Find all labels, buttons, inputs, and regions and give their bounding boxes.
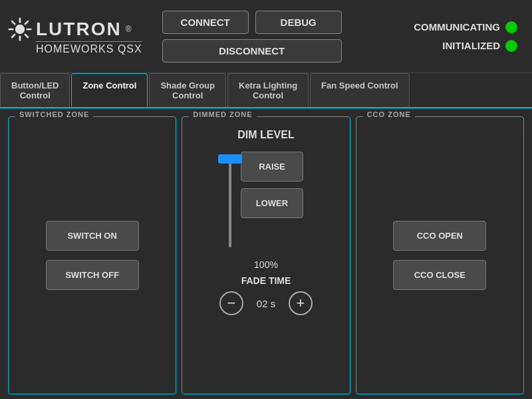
dimmed-zone-title: DIMMED ZONE bbox=[189, 110, 256, 118]
lower-button[interactable]: LOWER bbox=[241, 188, 303, 218]
fade-time-label: FADE TIME bbox=[241, 275, 291, 286]
raise-button[interactable]: RAISE bbox=[241, 152, 303, 182]
svg-line-6 bbox=[25, 35, 28, 37]
dimmed-zone-panel: DIMMED ZONE DIM LEVEL RAISE LOWER 100% F… bbox=[182, 116, 350, 394]
svg-line-8 bbox=[12, 35, 15, 37]
tabs-bar: Button/LEDControl Zone Control Shade Gro… bbox=[0, 73, 532, 108]
header: LUTRON® HOMEWORKS QSX CONNECT DEBUG DISC… bbox=[0, 0, 532, 73]
cco-open-button[interactable]: CCO OPEN bbox=[393, 221, 486, 251]
tab-zone-control[interactable]: Zone Control bbox=[71, 73, 148, 107]
logo-section: LUTRON® HOMEWORKS QSX bbox=[8, 17, 142, 55]
initialized-dot bbox=[505, 40, 517, 52]
switched-zone-title: SWITCHED ZONE bbox=[15, 110, 93, 118]
slider-thumb[interactable] bbox=[218, 154, 242, 164]
tab-ketra[interactable]: Ketra LightingControl bbox=[227, 73, 309, 107]
communicating-dot bbox=[505, 21, 517, 33]
debug-button[interactable]: DEBUG bbox=[255, 11, 342, 34]
initialized-label: INITIALIZED bbox=[442, 40, 500, 51]
dim-percentage: 100% bbox=[254, 259, 278, 270]
cco-close-button[interactable]: CCO CLOSE bbox=[393, 260, 486, 290]
fade-decrease-button[interactable]: − bbox=[219, 291, 243, 315]
initialized-status: INITIALIZED bbox=[414, 40, 517, 52]
svg-point-0 bbox=[15, 25, 25, 34]
svg-line-5 bbox=[12, 21, 15, 24]
cco-zone-title: CCO ZONE bbox=[363, 110, 415, 118]
fade-time-value: 02 s bbox=[253, 298, 279, 309]
communicating-status: COMMUNICATING bbox=[414, 21, 517, 33]
status-section: COMMUNICATING INITIALIZED bbox=[414, 21, 524, 52]
switch-on-button[interactable]: SWITCH ON bbox=[46, 221, 139, 251]
tab-shade-group[interactable]: Shade GroupControl bbox=[149, 73, 226, 107]
cco-zone-panel: CCO ZONE CCO OPEN CCO CLOSE bbox=[356, 116, 524, 394]
fade-time-controls: − 02 s + bbox=[219, 291, 313, 315]
main-content: SWITCHED ZONE SWITCH ON SWITCH OFF DIMME… bbox=[0, 108, 532, 399]
slider-area: RAISE LOWER bbox=[189, 148, 342, 254]
brand-name: LUTRON bbox=[36, 19, 122, 40]
switch-off-button[interactable]: SWITCH OFF bbox=[46, 260, 139, 290]
raise-lower-buttons: RAISE LOWER bbox=[241, 152, 303, 218]
header-buttons: CONNECT DEBUG DISCONNECT bbox=[162, 11, 342, 63]
connect-button[interactable]: CONNECT bbox=[162, 11, 249, 34]
slider-container[interactable] bbox=[229, 148, 231, 254]
trademark: ® bbox=[126, 25, 132, 34]
slider-track[interactable] bbox=[229, 154, 231, 247]
switched-zone-panel: SWITCHED ZONE SWITCH ON SWITCH OFF bbox=[8, 116, 176, 394]
tab-fan-speed[interactable]: Fan Speed Control bbox=[310, 73, 410, 107]
sub-brand: HOMEWORKS QSX bbox=[36, 41, 142, 55]
lutron-sun-icon bbox=[8, 17, 32, 41]
fade-increase-button[interactable]: + bbox=[289, 291, 313, 315]
dim-level-label: DIM LEVEL bbox=[237, 129, 294, 141]
tab-button-led[interactable]: Button/LEDControl bbox=[0, 73, 70, 107]
svg-line-7 bbox=[25, 21, 28, 24]
disconnect-button[interactable]: DISCONNECT bbox=[162, 39, 342, 63]
logo-top: LUTRON® bbox=[8, 17, 142, 41]
communicating-label: COMMUNICATING bbox=[414, 21, 500, 33]
